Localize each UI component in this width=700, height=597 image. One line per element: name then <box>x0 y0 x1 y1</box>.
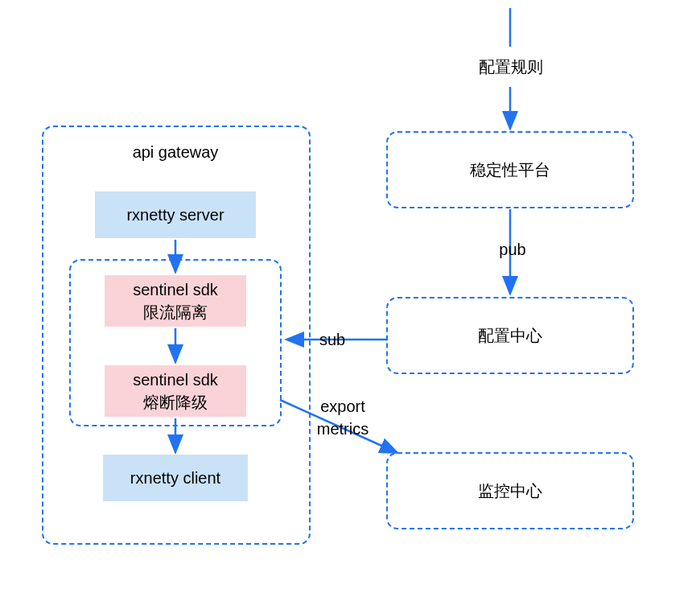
config-rule-label: 配置规则 <box>471 56 551 78</box>
sentinel-circuit-line2: 熔断降级 <box>143 391 208 414</box>
rxnetty-server-label: rxnetty server <box>126 204 224 226</box>
config-center-label: 配置中心 <box>478 324 542 347</box>
pub-label: pub <box>492 241 533 259</box>
sentinel-rate-limit-box: sentinel sdk 限流隔离 <box>105 275 246 327</box>
config-center-box: 配置中心 <box>386 297 634 374</box>
monitor-center-label: 监控中心 <box>478 480 542 502</box>
rxnetty-client-label: rxnetty client <box>130 467 220 489</box>
export-metrics-label: export metrics <box>311 395 375 440</box>
stability-platform-box: 稳定性平台 <box>386 131 634 208</box>
sentinel-rate-limit-line2: 限流隔离 <box>143 301 208 323</box>
sentinel-rate-limit-line1: sentinel sdk <box>133 278 218 301</box>
sentinel-circuit-box: sentinel sdk 熔断降级 <box>105 365 246 417</box>
sentinel-circuit-line1: sentinel sdk <box>133 368 218 391</box>
rxnetty-server-box: rxnetty server <box>95 191 256 238</box>
monitor-center-box: 监控中心 <box>386 452 634 529</box>
export-metrics-line1: export <box>320 397 365 415</box>
api-gateway-title: api gateway <box>103 143 248 162</box>
stability-platform-label: 稳定性平台 <box>470 159 550 181</box>
export-metrics-line2: metrics <box>317 420 369 438</box>
sub-label: sub <box>312 331 352 349</box>
rxnetty-client-box: rxnetty client <box>103 455 248 501</box>
